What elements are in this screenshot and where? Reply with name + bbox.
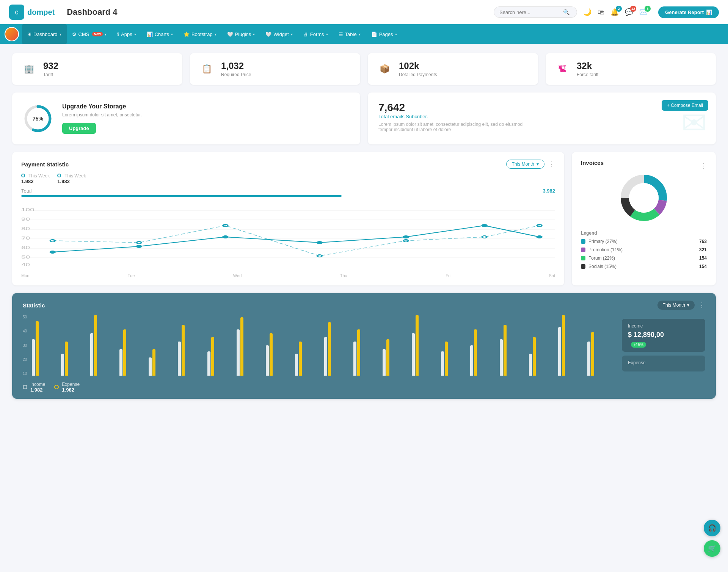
invoices-more-icon[interactable]: ⋮ bbox=[700, 161, 707, 170]
this-month-label: This Month bbox=[512, 161, 534, 167]
y-label-20: 20 bbox=[23, 357, 27, 362]
nav-item-table[interactable]: ☰ Table ▾ bbox=[333, 24, 366, 44]
force-icon: 🏗 bbox=[554, 61, 571, 77]
bar-white bbox=[383, 349, 386, 376]
forum-color-dot bbox=[581, 256, 585, 260]
nav-item-pages[interactable]: 📄 Pages ▾ bbox=[366, 24, 402, 44]
nav-dashboard-label: Dashboard bbox=[33, 31, 58, 37]
bar-yellow bbox=[211, 337, 214, 376]
income-amount-row: $ 12,890,00 bbox=[628, 331, 699, 339]
nav-pages-label: Pages bbox=[379, 31, 393, 37]
bar-yellow bbox=[36, 321, 39, 376]
storage-percent: 75% bbox=[33, 116, 43, 122]
chevron-down-icon: ▾ bbox=[60, 32, 61, 36]
total-bar bbox=[21, 195, 342, 197]
bar-group bbox=[324, 322, 351, 376]
bar-yellow bbox=[474, 329, 477, 376]
svg-text:50: 50 bbox=[21, 255, 30, 259]
expense-box: Expense bbox=[622, 356, 705, 371]
nav-item-widget[interactable]: 🤍 Widget ▾ bbox=[260, 24, 298, 44]
circle-progress: 75% bbox=[23, 103, 53, 134]
search-input[interactable] bbox=[499, 9, 560, 15]
y-label-30: 30 bbox=[23, 343, 27, 348]
charts-row: Payment Statistic This Month ▾ ⋮ This We… bbox=[12, 152, 716, 285]
bell-icon[interactable]: 🔔2 bbox=[610, 8, 619, 16]
forum-label: Forum (22%) bbox=[588, 255, 615, 261]
primary-count: 763 bbox=[699, 239, 707, 244]
gift-icon[interactable]: 🛍 bbox=[598, 8, 604, 16]
legend-forum: Forum (22%) 154 bbox=[581, 255, 707, 261]
msg-icon[interactable]: ✉️5 bbox=[639, 8, 648, 16]
income-legend-label: Income bbox=[30, 382, 45, 387]
dashboard-icon: ⊞ bbox=[27, 31, 31, 37]
svg-point-19 bbox=[403, 235, 409, 238]
bar-white bbox=[237, 329, 240, 376]
stat-card-price: 📋 1,032 Required Price bbox=[190, 53, 360, 85]
svg-text:90: 90 bbox=[21, 217, 30, 221]
nav-item-dashboard[interactable]: ⊞ Dashboard ▾ bbox=[22, 24, 67, 44]
line-chart: 100 90 80 70 60 50 40 bbox=[21, 203, 555, 271]
bar-white bbox=[529, 354, 532, 376]
x-label-thu: Thu bbox=[340, 273, 347, 278]
bar-white bbox=[90, 333, 93, 376]
chat-icon[interactable]: 💬12 bbox=[625, 8, 633, 16]
income-box-label: Income bbox=[628, 323, 699, 329]
moon-icon[interactable]: 🌙 bbox=[583, 8, 592, 16]
legend-promotion: Promotion (11%) 321 bbox=[581, 247, 707, 252]
search-bar[interactable]: 🔍 bbox=[494, 6, 577, 18]
stat-card-payments: 📦 102k Detalled Payments bbox=[368, 53, 538, 85]
payment-more-icon[interactable]: ⋮ bbox=[548, 160, 555, 168]
bar-yellow bbox=[533, 337, 536, 376]
statistic-title: Statistic bbox=[23, 302, 45, 309]
storage-title: Upgrade Your Storage bbox=[62, 103, 142, 110]
price-label: Required Price bbox=[221, 72, 251, 77]
svg-point-23 bbox=[136, 241, 141, 244]
socials-count: 154 bbox=[699, 264, 707, 269]
generate-report-button[interactable]: Generate Report 📊 bbox=[658, 6, 719, 18]
primary-color-dot bbox=[581, 239, 585, 244]
bell-badge: 2 bbox=[616, 6, 622, 12]
bar-white bbox=[500, 339, 503, 376]
chart-icon: 📊 bbox=[706, 9, 712, 15]
payments-value: 102k bbox=[399, 61, 437, 71]
legend-item-1: This Week 1.982 bbox=[21, 172, 50, 184]
x-label-fri: Fri bbox=[446, 273, 450, 278]
nav-item-charts[interactable]: 📊 Charts ▾ bbox=[141, 24, 178, 44]
bar-white bbox=[32, 339, 35, 376]
email-card: + Compose Email 7,642 Total emails Subcr… bbox=[368, 92, 716, 144]
nav-item-forms[interactable]: 🖨 Forms ▾ bbox=[298, 24, 333, 44]
storage-info: Upgrade Your Storage Lorem ipsum dolor s… bbox=[62, 103, 142, 134]
nav-item-cms[interactable]: ⚙ CMS New ▾ bbox=[67, 24, 112, 44]
statistic-more-icon[interactable]: ⋮ bbox=[698, 301, 705, 309]
logo-icon: c bbox=[9, 5, 24, 20]
bar-group bbox=[353, 329, 380, 376]
svg-text:40: 40 bbox=[21, 263, 30, 267]
stat-card-tariff: 🏢 932 Tariff bbox=[12, 53, 182, 85]
bar-group bbox=[441, 342, 468, 376]
upgrade-button[interactable]: Upgrade bbox=[62, 123, 96, 134]
svg-text:80: 80 bbox=[21, 227, 30, 231]
nav-avatar bbox=[5, 27, 19, 41]
donut-chart bbox=[581, 171, 707, 224]
chevron-down-icon: ▾ bbox=[395, 32, 397, 36]
socials-label: Socials (15%) bbox=[588, 264, 617, 269]
y-label-40: 40 bbox=[23, 329, 27, 333]
statistic-month-filter-button[interactable]: This Month ▾ bbox=[657, 301, 695, 310]
price-icon: 📋 bbox=[198, 61, 215, 77]
nav-item-bootstrap[interactable]: ⭐ Bootstrap ▾ bbox=[178, 24, 222, 44]
nav-item-plugins[interactable]: 🤍 Plugins ▾ bbox=[222, 24, 260, 44]
stat-card-force: 🏗 32k Force tariff bbox=[546, 53, 716, 85]
email-bg-icon: ✉ bbox=[681, 105, 707, 141]
nav-item-apps[interactable]: ℹ Apps ▾ bbox=[112, 24, 141, 44]
svg-point-25 bbox=[317, 255, 322, 257]
this-month-filter-button[interactable]: This Month ▾ bbox=[506, 160, 544, 169]
bar-group bbox=[61, 342, 88, 376]
nav-cms-label: CMS bbox=[78, 31, 89, 37]
bar-yellow bbox=[94, 315, 97, 376]
income-panel: Income $ 12,890,00 +15% Expense bbox=[622, 315, 705, 399]
plugins-icon: 🤍 bbox=[227, 31, 233, 37]
promotion-count: 321 bbox=[699, 247, 707, 252]
bar-yellow bbox=[504, 325, 507, 376]
bar-group bbox=[500, 325, 527, 376]
bar-yellow bbox=[445, 342, 448, 376]
